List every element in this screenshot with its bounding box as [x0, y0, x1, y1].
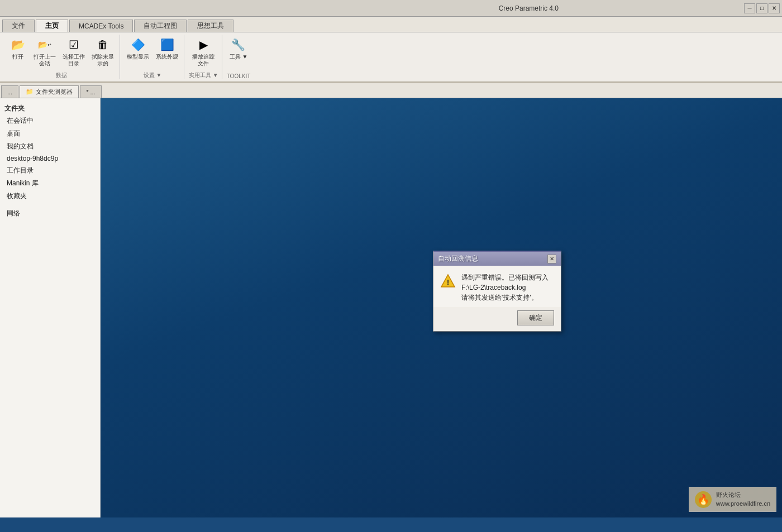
- browser-tab-back[interactable]: ...: [1, 85, 18, 98]
- sidebar-item-network[interactable]: 网络: [0, 207, 100, 220]
- ribbon-toolkit-items: 🔧 工具 ▼: [227, 35, 250, 72]
- dialog-titlebar: 自动回溯信息 ✕: [433, 252, 561, 266]
- sidebar-item-my-docs[interactable]: 我的文档: [0, 140, 100, 153]
- ribbon-utility-items: ▶ 播放追踪文件: [190, 35, 217, 70]
- menu-tab-thinking[interactable]: 思想工具: [188, 20, 233, 32]
- ribbon-group-utility: ▶ 播放追踪文件 实用工具 ▼: [185, 35, 222, 79]
- model-display-icon: 🔷: [129, 36, 147, 54]
- ribbon-group-data: 📂 打开 📂↩ 打开上一会话 ☑ 选择工作目录 🗑 拭除未显示的 数据: [3, 35, 120, 79]
- watermark-text: 野火论坛 www.proewildfire.cn: [716, 491, 770, 508]
- ribbon: 📂 打开 📂↩ 打开上一会话 ☑ 选择工作目录 🗑 拭除未显示的 数据 🔷 模型…: [0, 32, 782, 83]
- open-icon: 📂: [9, 36, 27, 54]
- title-controls: ─ □ ✕: [744, 3, 782, 13]
- ribbon-utility-label: 实用工具 ▼: [189, 71, 218, 79]
- workdir-icon: ☑: [65, 36, 83, 54]
- folder-tab-icon: 📁: [26, 88, 34, 95]
- dialog-message-row: ! 遇到严重错误。已将回溯写入 F:\LG-2\traceback.log 请将…: [440, 272, 554, 303]
- browser-tab-folder[interactable]: 📁 文件夹浏览器: [20, 85, 79, 98]
- browser-tab-misc[interactable]: * ...: [80, 85, 102, 98]
- main-canvas: 自动回溯信息 ✕ ! 遇到严重错误。已将回溯写入 F:\LG-2\traceba…: [101, 98, 782, 517]
- dialog-text: 遇到严重错误。已将回溯写入 F:\LG-2\traceback.log 请将其发…: [461, 272, 549, 303]
- back-tab-label: ...: [7, 89, 12, 95]
- maximize-button[interactable]: □: [756, 3, 767, 13]
- folder-tab-label: 文件夹浏览器: [36, 88, 73, 96]
- sys-appearance-icon: 🟦: [158, 36, 176, 54]
- ribbon-open-button[interactable]: 📂 打开: [7, 35, 29, 61]
- ribbon-toolkit-label: TOOLKIT: [227, 73, 251, 79]
- watermark-logo-symbol: 🔥: [697, 493, 709, 506]
- ribbon-data-items: 📂 打开 📂↩ 打开上一会话 ☑ 选择工作目录 🗑 拭除未显示的: [7, 35, 116, 70]
- playback-icon: ▶: [194, 36, 212, 54]
- open-prev-icon: 📂↩: [36, 36, 54, 54]
- close-button[interactable]: ✕: [769, 3, 780, 13]
- ribbon-group-settings: 🔷 模型显示 🟦 系统外观 设置 ▼: [121, 35, 184, 79]
- browser-tabs-bar: ... 📁 文件夹浏览器 * ...: [0, 83, 782, 98]
- sidebar: 文件夹 在会话中 桌面 我的文档 desktop-9h8dc9p 工作目录 Ma…: [0, 98, 101, 517]
- main-layout: 文件夹 在会话中 桌面 我的文档 desktop-9h8dc9p 工作目录 Ma…: [0, 98, 782, 517]
- svg-text:!: !: [447, 278, 450, 287]
- sidebar-item-desktop[interactable]: 桌面: [0, 127, 100, 140]
- watermark: 🔥 野火论坛 www.proewildfire.cn: [689, 487, 776, 512]
- dialog-title: 自动回溯信息: [438, 254, 478, 263]
- dialog-body: ! 遇到严重错误。已将回溯写入 F:\LG-2\traceback.log 请将…: [433, 266, 561, 307]
- menu-tab-home[interactable]: 主页: [36, 20, 68, 32]
- warning-icon: !: [440, 274, 456, 289]
- ribbon-sys-appearance-button[interactable]: 🟦 系统外观: [154, 35, 180, 61]
- sidebar-separator: [0, 203, 100, 207]
- dialog-close-button[interactable]: ✕: [547, 255, 556, 263]
- ribbon-data-label: 数据: [56, 71, 67, 79]
- dialog-footer: 确定: [433, 307, 561, 331]
- title-bar: Creo Parametric 4.0 ─ □ ✕: [0, 0, 782, 17]
- misc-tab-label: * ...: [86, 89, 96, 95]
- ribbon-select-workdir-button[interactable]: ☑ 选择工作目录: [60, 35, 87, 68]
- menu-tab-mcadex[interactable]: MCADEx Tools: [69, 20, 133, 32]
- ribbon-model-display-button[interactable]: 🔷 模型显示: [125, 35, 151, 61]
- menu-tab-file[interactable]: 文件: [2, 20, 35, 32]
- sidebar-item-remote-desktop[interactable]: desktop-9h8dc9p: [0, 153, 100, 164]
- erase-icon: 🗑: [94, 36, 112, 54]
- minimize-button[interactable]: ─: [744, 3, 755, 13]
- sidebar-item-workdir[interactable]: 工作目录: [0, 164, 100, 177]
- dialog-overlay: 自动回溯信息 ✕ ! 遇到严重错误。已将回溯写入 F:\LG-2\traceba…: [101, 98, 782, 517]
- ribbon-open-prev-button[interactable]: 📂↩ 打开上一会话: [31, 35, 58, 68]
- sidebar-item-in-session[interactable]: 在会话中: [0, 114, 100, 127]
- tools-icon: 🔧: [230, 36, 247, 54]
- menu-tab-bar: 文件 主页 MCADEx Tools 自动工程图 思想工具: [0, 17, 782, 32]
- ribbon-settings-label: 设置 ▼: [144, 71, 162, 79]
- ribbon-settings-items: 🔷 模型显示 🟦 系统外观: [125, 35, 180, 70]
- sidebar-section-title: 文件夹: [0, 102, 100, 114]
- ribbon-erase-button[interactable]: 🗑 拭除未显示的: [89, 35, 116, 68]
- dialog-ok-button[interactable]: 确定: [517, 310, 554, 325]
- ribbon-tools-button[interactable]: 🔧 工具 ▼: [227, 35, 250, 61]
- watermark-logo: 🔥: [695, 491, 712, 508]
- sidebar-item-manikin[interactable]: Manikin 库: [0, 177, 100, 190]
- ribbon-playback-button[interactable]: ▶ 播放追踪文件: [190, 35, 217, 68]
- error-dialog: 自动回溯信息 ✕ ! 遇到严重错误。已将回溯写入 F:\LG-2\traceba…: [433, 251, 561, 332]
- app-title: Creo Parametric 4.0: [499, 4, 559, 12]
- ribbon-group-toolkit: 🔧 工具 ▼ TOOLKIT: [223, 35, 254, 79]
- menu-tab-auto-drawing[interactable]: 自动工程图: [134, 20, 187, 32]
- sidebar-item-favorites[interactable]: 收藏夹: [0, 190, 100, 203]
